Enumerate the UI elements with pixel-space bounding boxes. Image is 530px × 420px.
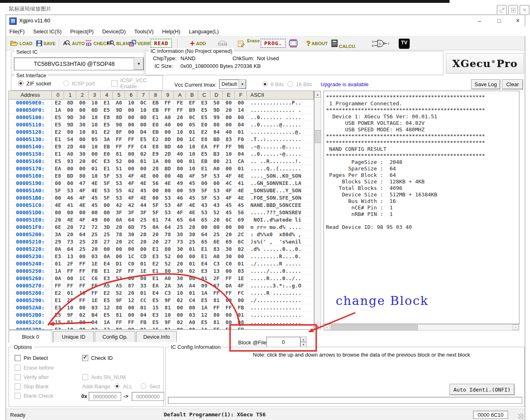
hex-byte-cell[interactable]: 02 bbox=[174, 319, 186, 326]
hex-byte-cell[interactable]: 20 bbox=[125, 289, 137, 297]
hex-byte-cell[interactable]: 00 bbox=[125, 304, 137, 311]
hex-byte-cell[interactable]: 4F bbox=[223, 172, 235, 180]
hex-byte-cell[interactable]: FF bbox=[223, 304, 235, 311]
hex-byte-cell[interactable]: 00 bbox=[76, 165, 89, 172]
hex-byte-cell[interactable]: E5 bbox=[101, 297, 113, 304]
hex-byte-cell[interactable]: D1 bbox=[113, 260, 125, 268]
hex-byte-cell[interactable]: E2 bbox=[101, 289, 113, 297]
menu-language[interactable]: Language(L) bbox=[189, 28, 219, 35]
hex-byte-cell[interactable]: 64 bbox=[125, 216, 137, 224]
hex-byte-cell[interactable]: FF bbox=[223, 275, 235, 282]
hex-byte-cell[interactable]: FF bbox=[223, 326, 235, 330]
hex-byte-cell[interactable]: EB bbox=[150, 99, 162, 107]
hex-byte-cell[interactable]: E5 bbox=[52, 311, 64, 319]
hex-byte-cell[interactable]: 00 bbox=[211, 224, 223, 231]
hex-byte-cell[interactable]: 78 bbox=[162, 231, 174, 238]
hex-byte-cell[interactable]: BD bbox=[162, 165, 174, 172]
hex-byte-cell[interactable]: 52 bbox=[113, 289, 125, 297]
hex-byte-cell[interactable]: 53 bbox=[211, 172, 223, 180]
hex-byte-cell[interactable]: 64 bbox=[198, 231, 211, 238]
hex-byte-cell[interactable]: 4E bbox=[235, 194, 247, 202]
hex-byte-cell[interactable]: 00 bbox=[174, 304, 186, 311]
hex-byte-cell[interactable]: 09 bbox=[198, 282, 211, 289]
hex-byte-cell[interactable]: 5F bbox=[101, 194, 113, 202]
hex-byte-cell[interactable]: E3 bbox=[101, 275, 113, 282]
hex-byte-cell[interactable]: 25 bbox=[137, 216, 150, 224]
hex-byte-cell[interactable]: 56 bbox=[235, 209, 247, 216]
hex-byte-cell[interactable]: 29 bbox=[52, 238, 64, 246]
hex-byte-cell[interactable]: 2F bbox=[64, 260, 76, 268]
hex-byte-cell[interactable]: 80 bbox=[162, 268, 174, 275]
hex-byte-cell[interactable]: 80 bbox=[113, 326, 125, 330]
hex-byte-cell[interactable]: EA bbox=[150, 282, 162, 289]
hex-byte-cell[interactable]: 3D bbox=[101, 224, 113, 231]
hex-byte-cell[interactable]: 83 bbox=[211, 246, 223, 253]
hex-byte-cell[interactable]: FF bbox=[89, 289, 101, 297]
hex-byte-cell[interactable]: FE bbox=[174, 99, 186, 107]
hex-byte-cell[interactable]: 1C bbox=[125, 253, 137, 260]
icsp-port-radio[interactable]: ICSP port bbox=[63, 80, 95, 87]
hex-byte-cell[interactable]: FF bbox=[125, 136, 137, 143]
hex-byte-cell[interactable]: 9D bbox=[64, 114, 76, 121]
hex-byte-cell[interactable]: 03 bbox=[89, 253, 101, 260]
hex-byte-cell[interactable]: E1 bbox=[150, 275, 162, 282]
hex-byte-cell[interactable]: CA bbox=[235, 158, 247, 165]
scroll-left-button[interactable]: ‹ bbox=[324, 324, 330, 330]
hex-byte-cell[interactable]: 0C bbox=[89, 158, 101, 165]
hex-byte-cell[interactable]: 00 bbox=[174, 158, 186, 165]
hex-byte-cell[interactable]: 81 bbox=[64, 319, 76, 326]
hex-byte-cell[interactable]: 01 bbox=[235, 260, 247, 268]
hex-byte-cell[interactable]: 10 bbox=[174, 128, 186, 136]
block-up-arrow[interactable]: ▲ bbox=[300, 337, 306, 342]
hex-byte-cell[interactable]: 20 bbox=[137, 231, 150, 238]
hex-byte-cell[interactable]: 81 bbox=[211, 297, 223, 304]
hex-byte-cell[interactable]: 00 bbox=[125, 107, 137, 114]
hex-byte-cell[interactable]: 81 bbox=[162, 304, 174, 311]
hex-byte-cell[interactable]: 40 bbox=[76, 143, 89, 150]
hex-byte-cell[interactable]: 20 bbox=[223, 231, 235, 238]
hex-byte-cell[interactable]: 20 bbox=[64, 231, 76, 238]
hex-byte-cell[interactable]: 00 bbox=[76, 99, 89, 107]
hex-byte-cell[interactable]: FF bbox=[113, 319, 125, 326]
hex-byte-cell[interactable]: 4E bbox=[186, 209, 198, 216]
hex-byte-cell[interactable]: E3 bbox=[52, 326, 64, 330]
hex-byte-cell[interactable]: E8 bbox=[52, 172, 64, 180]
hex-byte-cell[interactable]: 20 bbox=[76, 158, 89, 165]
hex-byte-cell[interactable]: 25 bbox=[76, 238, 89, 246]
hex-byte-cell[interactable]: E2 bbox=[52, 289, 64, 297]
select-ic-combo[interactable]: TC58BVG1S3HTAI0 @TSOP48 bbox=[14, 57, 135, 70]
addr-all-radio[interactable] bbox=[114, 383, 120, 389]
hex-byte-cell[interactable]: EA bbox=[198, 143, 211, 150]
hex-byte-cell[interactable]: E1 bbox=[150, 268, 162, 275]
hex-byte-cell[interactable]: 20 bbox=[89, 246, 101, 253]
hex-byte-cell[interactable]: 00 bbox=[223, 297, 235, 304]
fit-window-icon[interactable] bbox=[508, 5, 518, 15]
hex-byte-cell[interactable]: 10 bbox=[162, 311, 174, 319]
hex-byte-cell[interactable]: A5 bbox=[113, 282, 125, 289]
hex-byte-cell[interactable]: 30 bbox=[186, 231, 198, 238]
hex-byte-cell[interactable]: E1 bbox=[198, 246, 211, 253]
hex-byte-cell[interactable]: 01 bbox=[186, 158, 198, 165]
addr-sect-radio[interactable] bbox=[141, 383, 146, 389]
menu-device[interactable]: Device(D) bbox=[102, 28, 126, 35]
hex-byte-cell[interactable]: FB bbox=[235, 304, 247, 311]
hex-byte-cell[interactable]: 67 bbox=[211, 282, 223, 289]
hex-byte-cell[interactable]: 53 bbox=[162, 202, 174, 209]
hex-byte-cell[interactable]: 65 bbox=[198, 216, 211, 224]
hex-byte-cell[interactable]: FB bbox=[89, 268, 101, 275]
auto-button[interactable]: A AUTO bbox=[63, 37, 85, 50]
hex-byte-cell[interactable]: 55 bbox=[113, 187, 125, 194]
hex-byte-cell[interactable]: 01 bbox=[186, 128, 198, 136]
hex-byte-cell[interactable]: 4F bbox=[125, 180, 137, 187]
hex-byte-cell[interactable]: E3 bbox=[198, 99, 211, 107]
hex-byte-cell[interactable]: A4 bbox=[186, 282, 198, 289]
hex-byte-cell[interactable]: 4F bbox=[76, 216, 89, 224]
hex-scrollbar-thumb[interactable] bbox=[315, 130, 321, 143]
logic-gate-button[interactable]: AB&Y bbox=[372, 37, 391, 50]
hex-byte-cell[interactable]: 74 bbox=[162, 216, 174, 224]
hex-byte-cell[interactable]: 00 bbox=[162, 172, 174, 180]
open-external-icon[interactable] bbox=[497, 5, 507, 15]
hex-byte-cell[interactable]: 10 bbox=[186, 143, 198, 150]
hex-byte-cell[interactable]: 6C bbox=[223, 216, 235, 224]
hex-byte-cell[interactable]: A0 bbox=[162, 275, 174, 282]
